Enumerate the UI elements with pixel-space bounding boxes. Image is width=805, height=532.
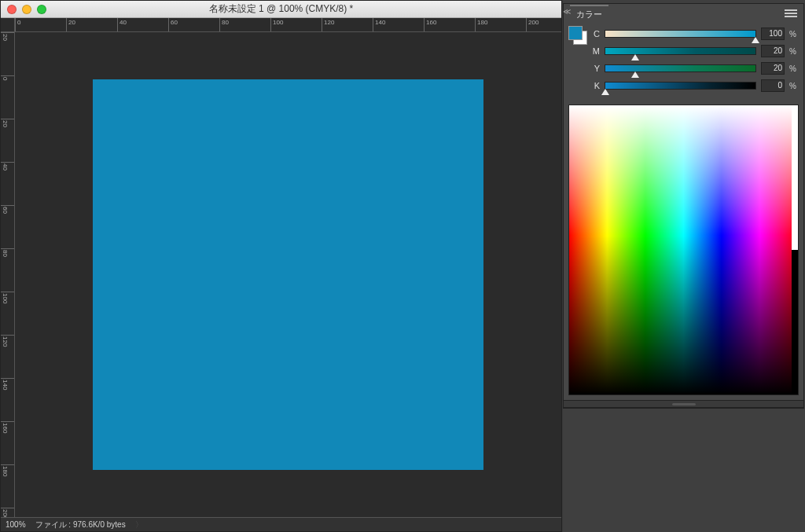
title-bar[interactable]: 名称未設定 1 @ 100% (CMYK/8) * <box>1 1 561 18</box>
panel-resize-handle[interactable] <box>564 400 803 408</box>
panel-menu-icon[interactable] <box>785 8 797 19</box>
traffic-lights <box>7 5 46 14</box>
slider-row-m: M20% <box>590 43 799 59</box>
slider-track-y[interactable] <box>605 64 756 72</box>
chevron-right-icon[interactable]: 〉 <box>135 519 143 530</box>
panel-tab-color[interactable]: カラー <box>570 5 608 23</box>
color-spectrum[interactable] <box>568 105 799 395</box>
channel-value-k[interactable]: 0 <box>761 79 785 92</box>
slider-row-y: Y20% <box>590 61 799 76</box>
percent-label: % <box>789 82 799 90</box>
window-title: 名称未設定 1 @ 100% (CMYK/8) * <box>1 2 561 16</box>
channel-label: Y <box>590 64 600 73</box>
document-body: 020406080100120140160180200 200204060801… <box>1 18 561 531</box>
channel-label: C <box>590 29 600 39</box>
percent-label: % <box>789 64 799 73</box>
slider-thumb[interactable] <box>601 89 609 95</box>
cmyk-sliders: C100%M20%Y20%K0% <box>564 23 803 101</box>
channel-value-y[interactable]: 20 <box>761 62 785 75</box>
percent-label: % <box>789 47 799 56</box>
channel-label: M <box>590 46 600 56</box>
color-panel: ≪ カラー C100%M20%Y20%K0% <box>563 3 804 409</box>
slider-track-m[interactable] <box>605 47 756 55</box>
channel-value-c[interactable]: 100 <box>761 28 785 40</box>
maximize-icon[interactable] <box>37 5 46 14</box>
slider-track-c[interactable] <box>605 30 756 38</box>
slider-row-k: K0% <box>590 78 799 94</box>
canvas-viewport[interactable] <box>15 32 561 517</box>
slider-track-k[interactable] <box>605 82 756 90</box>
minimize-icon[interactable] <box>22 5 31 14</box>
swatch-stack[interactable] <box>568 26 587 45</box>
foreground-swatch[interactable] <box>568 26 583 40</box>
panel-header: カラー <box>564 4 803 23</box>
right-dock: ≪ カラー C100%M20%Y20%K0% <box>563 0 805 532</box>
ruler-origin[interactable] <box>1 18 15 32</box>
artboard[interactable] <box>93 79 483 470</box>
status-bar: 100% ファイル : 976.6K/0 bytes 〉 <box>1 517 561 531</box>
slider-row-c: C100% <box>590 26 799 42</box>
document-window: 名称未設定 1 @ 100% (CMYK/8) * 02040608010012… <box>0 0 562 532</box>
channel-label: K <box>590 81 600 90</box>
ruler-vertical[interactable]: 20020406080100120140160180200 <box>1 32 15 531</box>
close-icon[interactable] <box>7 5 17 14</box>
channel-value-m[interactable]: 20 <box>761 45 785 57</box>
slider-thumb[interactable] <box>631 54 639 61</box>
black-pick[interactable] <box>792 250 798 394</box>
zoom-level[interactable]: 100% <box>6 520 26 529</box>
slider-thumb[interactable] <box>631 72 639 78</box>
percent-label: % <box>789 30 799 39</box>
ruler-horizontal[interactable]: 020406080100120140160180200 <box>15 18 561 32</box>
white-pick[interactable] <box>792 105 798 250</box>
panel-collapse-icon[interactable]: ≪ <box>563 7 574 16</box>
status-file[interactable]: ファイル : 976.6K/0 bytes <box>35 519 126 530</box>
slider-thumb[interactable] <box>752 37 759 43</box>
